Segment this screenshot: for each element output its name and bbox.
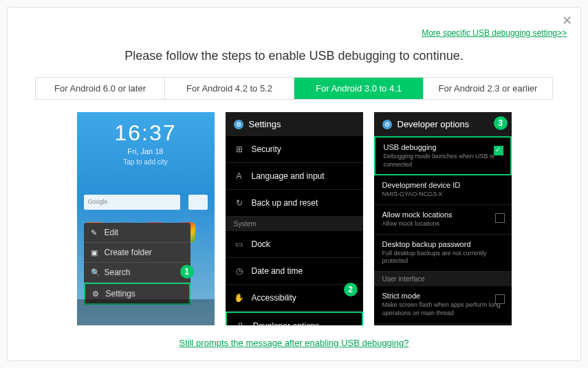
search-icon: 🔍 [91, 268, 99, 277]
item-sub: NMIS-GYAO-NCG3-X [382, 191, 503, 199]
item-backup: ↻Back up and reset [226, 190, 363, 217]
dock-icon: ▭ [234, 239, 245, 250]
item-pointer-location: Show pointer location Screen overlay sho… [374, 324, 512, 326]
date-text: Fri, Jan 18 [77, 147, 215, 155]
item-accessibility: ✋Accessibility [226, 285, 363, 312]
checkbox-checked [494, 146, 503, 155]
top-link[interactable]: More specific USB debugging setting>> [422, 28, 567, 38]
item-backup-password: Desktop backup password Full desktop bac… [374, 235, 512, 272]
item-title: USB debugging [384, 143, 502, 151]
item-label: Language and input [252, 171, 325, 181]
item-strict-mode: Strict mode Make screen flash when apps … [374, 286, 512, 323]
item-title: Development device ID [382, 181, 503, 189]
gear-icon: ⚙ [234, 120, 243, 129]
language-icon: A [234, 171, 245, 182]
step-badge-3: 3 [494, 116, 508, 130]
menu-label: Create folder [105, 248, 152, 257]
item-title: Desktop backup password [382, 240, 503, 248]
dev-options-header: ⚙ Developer options [374, 112, 512, 136]
gear-icon: ⚙ [92, 290, 100, 299]
item-language: ALanguage and input [226, 163, 363, 190]
tab-android-30-41[interactable]: For Android 3.0 to 4.1 [294, 78, 424, 99]
checkbox [495, 213, 505, 223]
item-sub: Make screen flash when apps perform long… [382, 301, 503, 317]
menu-label: Settings [106, 289, 135, 299]
menu-edit: ✎Edit [84, 223, 190, 243]
clock-icon: ◷ [234, 266, 245, 277]
phone-1: 16:37 Fri, Jan 18 Tap to add city Google… [77, 112, 215, 325]
item-title: Strict mode [382, 292, 503, 300]
tab-android-42-52[interactable]: For Android 4.2 to 5.2 [165, 78, 294, 99]
item-dock: ▭Dock [226, 231, 363, 258]
item-datetime: ◷Date and time [226, 258, 363, 285]
menu-label: Edit [105, 228, 119, 237]
braces-icon: {} [235, 321, 246, 325]
dock [77, 299, 215, 325]
item-label: Developer options [253, 321, 320, 325]
section-ui: User interface [374, 272, 512, 286]
hint-text: Tap to add city [77, 158, 215, 166]
item-title: Allow mock locations [382, 210, 503, 219]
item-label: Accessibility [252, 293, 296, 303]
context-menu: ✎Edit ▣Create folder 🔍Search ⚙Settings [84, 223, 190, 305]
folder-icon: ▣ [91, 248, 99, 257]
page-title: Please follow the steps to enable USB de… [8, 49, 580, 63]
backup-icon: ↻ [234, 197, 245, 208]
tab-android-23[interactable]: For Android 2.3 or earlier [424, 78, 552, 99]
item-label: Dock [252, 239, 270, 249]
header-label: Settings [249, 119, 281, 129]
clock-widget: 16:37 Fri, Jan 18 Tap to add city [77, 120, 215, 166]
section-system: System [226, 217, 363, 231]
hand-icon: ✋ [234, 292, 245, 303]
dev-list: USB debugging Debugging mode launches wh… [374, 136, 512, 325]
settings-list: ⊞Security ALanguage and input ↻Back up a… [226, 136, 363, 325]
checkbox [495, 294, 505, 304]
mic-icon [188, 195, 208, 210]
tab-android-6[interactable]: For Android 6.0 or later [36, 78, 165, 99]
google-search: Google [84, 195, 180, 210]
item-mock-locations: Allow mock locations Allow mock location… [374, 205, 512, 235]
gear-icon: ⚙ [382, 120, 392, 129]
dialog: ✕ More specific USB debugging setting>> … [7, 7, 581, 361]
close-button[interactable]: ✕ [562, 13, 572, 28]
bottom-link-wrap: Still prompts the message after enabling… [8, 336, 580, 349]
item-sub: Allow mock locations [382, 220, 503, 228]
item-label: Security [252, 144, 281, 154]
item-developer-options: {}Developer options [226, 312, 363, 325]
menu-create-folder: ▣Create folder [84, 243, 190, 263]
tabs: For Android 6.0 or later For Android 4.2… [35, 77, 553, 100]
item-usb-debugging: USB debugging Debugging mode launches wh… [374, 136, 512, 175]
header-label: Developer options [398, 119, 470, 129]
security-icon: ⊞ [234, 144, 245, 155]
item-sub: Debugging mode launches when USB is conn… [384, 153, 502, 169]
menu-search: 🔍Search [84, 263, 190, 283]
item-security: ⊞Security [226, 136, 363, 163]
phone-3: ⚙ Developer options 3 USB debugging Debu… [374, 112, 512, 325]
item-device-id: Development device ID NMIS-GYAO-NCG3-X [374, 175, 512, 205]
settings-header: ⚙ Settings [226, 112, 363, 136]
menu-label: Search [105, 268, 131, 277]
edit-icon: ✎ [91, 228, 99, 237]
phone-2: ⚙ Settings ⊞Security ALanguage and input… [226, 112, 363, 325]
bottom-link[interactable]: Still prompts the message after enabling… [179, 338, 409, 348]
step-badge-1: 1 [180, 265, 194, 279]
phones-row: 16:37 Fri, Jan 18 Tap to add city Google… [8, 112, 580, 325]
step-badge-2: 2 [344, 283, 358, 296]
item-label: Back up and reset [252, 198, 318, 208]
time-text: 16:37 [77, 120, 215, 146]
item-sub: Full desktop backups are not currently p… [382, 250, 503, 266]
item-label: Date and time [252, 266, 303, 276]
